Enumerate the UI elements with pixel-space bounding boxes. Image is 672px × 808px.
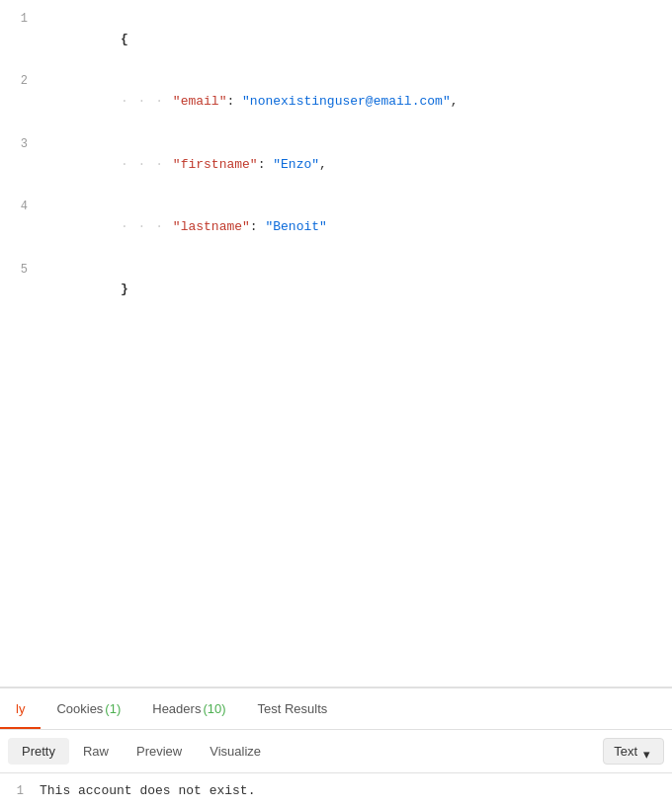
line-number-1: 1	[0, 8, 40, 29]
tab-cookies-label: Cookies	[56, 701, 103, 716]
subtab-bar: Pretty Raw Preview Visualize Text ▾	[0, 730, 672, 773]
key-firstname: "firstname"	[173, 157, 258, 172]
brace-close: }	[121, 282, 128, 296]
line-content-4: · · · "lastname": "Benoit"	[40, 197, 672, 258]
response-text-1: This account does not exist.	[40, 783, 255, 798]
colon-2: :	[226, 94, 242, 109]
tab-body-label: ly	[16, 701, 25, 716]
colon-3: :	[258, 157, 274, 172]
line-content-1: {	[40, 9, 672, 70]
format-dropdown[interactable]: Text ▾	[603, 738, 664, 765]
tab-cookies[interactable]: Cookies (1)	[41, 688, 136, 729]
tab-headers-label: Headers	[152, 701, 201, 716]
tab-test-results[interactable]: Test Results	[242, 688, 344, 729]
brace-open: {	[121, 32, 128, 46]
code-line-4: 4 · · · "lastname": "Benoit"	[0, 196, 672, 258]
format-dropdown-label: Text	[614, 744, 637, 759]
line-number-2: 2	[0, 70, 40, 91]
indent-dots-3: · · ·	[121, 157, 173, 172]
tab-test-results-label: Test Results	[258, 701, 328, 716]
response-line-number-1: 1	[0, 784, 40, 798]
tab-headers[interactable]: Headers (10)	[136, 688, 241, 729]
line-number-4: 4	[0, 196, 40, 216]
subtab-raw[interactable]: Raw	[69, 738, 123, 765]
indent-dots-4: · · ·	[121, 219, 173, 234]
subtab-visualize[interactable]: Visualize	[196, 738, 275, 765]
line-content-3: · · · "firstname": "Enzo",	[40, 134, 672, 196]
line-content-2: · · · "email": "nonexistinguser@email.co…	[40, 71, 672, 132]
indent-dots-2: · · ·	[121, 94, 173, 109]
code-line-3: 3 · · · "firstname": "Enzo",	[0, 133, 672, 196]
bottom-panel: ly Cookies (1) Headers (10) Test Results…	[0, 687, 672, 808]
comma-2: ,	[451, 94, 459, 109]
json-editor-area: 1 { 2 · · · "email": "nonexistinguser@em…	[0, 0, 672, 687]
tab-body[interactable]: ly	[0, 688, 41, 729]
response-body: 1 This account does not exist.	[0, 773, 672, 808]
code-line-1: 1 {	[0, 8, 672, 70]
value-email: "nonexistinguser@email.com"	[242, 94, 451, 109]
chevron-down-icon: ▾	[643, 747, 653, 757]
tab-headers-count: (10)	[203, 701, 225, 716]
code-block: 1 { 2 · · · "email": "nonexistinguser@em…	[0, 8, 672, 321]
line-number-3: 3	[0, 133, 40, 154]
key-lastname: "lastname"	[173, 219, 250, 234]
subtab-pretty[interactable]: Pretty	[8, 738, 69, 765]
line-number-5: 5	[0, 259, 40, 280]
value-lastname: "Benoit"	[265, 219, 326, 234]
line-content-5: }	[40, 260, 672, 321]
tab-cookies-count: (1)	[105, 701, 121, 716]
colon-4: :	[250, 219, 266, 234]
value-firstname: "Enzo"	[273, 157, 319, 172]
tab-bar: ly Cookies (1) Headers (10) Test Results	[0, 688, 672, 730]
subtab-preview[interactable]: Preview	[123, 738, 196, 765]
code-line-5: 5 }	[0, 259, 672, 321]
response-line-1: 1 This account does not exist.	[0, 781, 672, 800]
key-email: "email"	[173, 94, 227, 109]
comma-3: ,	[319, 157, 327, 172]
code-line-2: 2 · · · "email": "nonexistinguser@email.…	[0, 70, 672, 132]
